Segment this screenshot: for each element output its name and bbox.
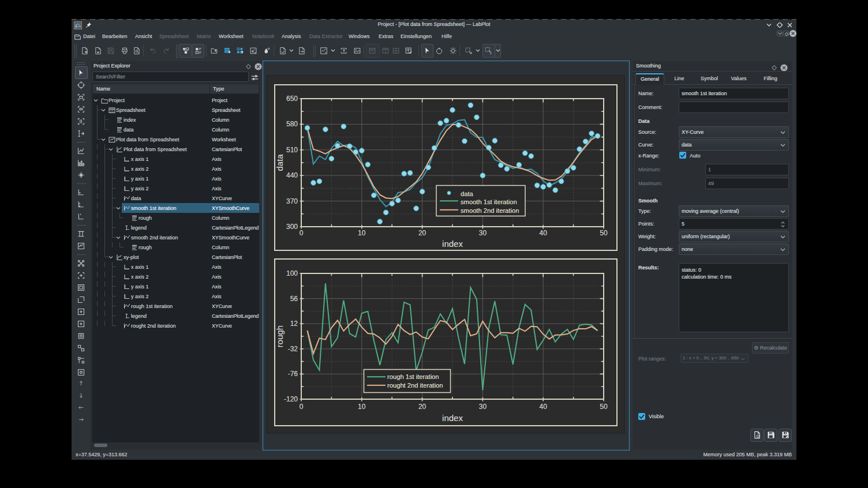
svg-text:30: 30 [479,229,487,237]
svg-text:rough 1st iteration: rough 1st iteration [387,373,439,380]
svg-text:index: index [442,413,463,423]
svg-text:rought 2nd iteration: rought 2nd iteration [387,382,443,389]
svg-text:56: 56 [290,295,298,303]
svg-text:12: 12 [290,320,298,328]
svg-text:-120: -120 [284,395,298,403]
svg-text:1: 1 [489,51,492,55]
svg-text:510: 510 [286,146,298,154]
svg-text:40: 40 [540,229,548,237]
svg-text:300: 300 [286,223,298,231]
svg-text:50: 50 [600,229,608,237]
svg-text:100: 100 [286,269,298,277]
svg-text:0: 0 [300,403,304,411]
svg-text:index: index [442,239,463,249]
svg-text:10: 10 [358,229,366,237]
svg-text:-76: -76 [288,370,298,378]
svg-text:370: 370 [286,197,298,205]
svg-text:30: 30 [479,403,487,411]
svg-text:50: 50 [600,403,608,411]
svg-text:smooth 1st iteration: smooth 1st iteration [461,198,517,205]
svg-text:10: 10 [358,403,366,411]
svg-text:data: data [461,190,474,197]
svg-text:-32: -32 [288,345,298,353]
svg-text:0: 0 [300,229,304,237]
svg-text:580: 580 [286,120,298,128]
svg-text:650: 650 [286,95,298,103]
svg-text:20: 20 [418,229,426,237]
svg-text:rough: rough [275,325,285,347]
svg-text:smooth 2nd iteration: smooth 2nd iteration [461,207,519,214]
svg-text:40: 40 [540,403,548,411]
svg-text:440: 440 [286,171,298,179]
svg-text:data: data [275,154,285,171]
svg-text:20: 20 [418,403,426,411]
